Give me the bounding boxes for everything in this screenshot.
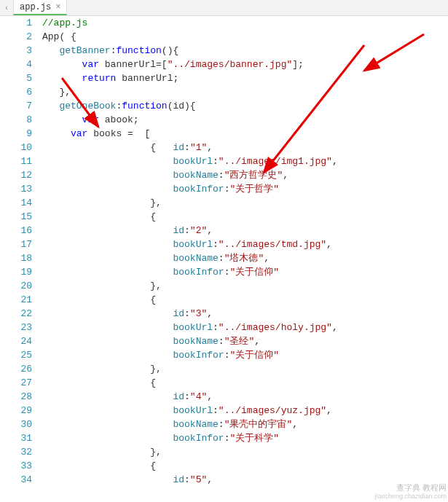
line-number-gutter: 1234567891011121314151617181920212223242…	[0, 16, 42, 502]
watermark-main: 查字典 教程网	[374, 483, 447, 493]
code-line[interactable]: },	[42, 362, 448, 376]
line-number: 34	[0, 473, 32, 487]
watermark: 查字典 教程网 jiaocheng.chazidian.com	[374, 483, 447, 501]
code-line[interactable]: {	[42, 376, 448, 390]
line-number: 29	[0, 404, 32, 417]
code-line[interactable]: var abook;	[42, 113, 448, 127]
line-number: 14	[0, 196, 32, 210]
code-line[interactable]: var bannerUrl=["../images/banner.jpg"];	[42, 58, 448, 71]
line-number: 30	[0, 417, 32, 431]
line-number: 19	[0, 265, 32, 279]
line-number: 28	[0, 390, 32, 404]
code-line[interactable]: bookInfor:"关于哲学"	[42, 182, 448, 196]
code-content[interactable]: //app.jsApp( { getBanner:function(){ var…	[42, 16, 448, 502]
code-line[interactable]: var books = [	[42, 127, 448, 141]
tab-bar: ‹ app.js ×	[0, 0, 448, 16]
tab-filename: app.js	[20, 2, 51, 12]
code-line[interactable]: return bannerUrl;	[42, 71, 448, 85]
line-number: 20	[0, 279, 32, 293]
line-number: 31	[0, 431, 32, 445]
code-line[interactable]: bookInfor:"关于信仰"	[42, 348, 448, 362]
code-line[interactable]: bookInfor:"关于科学"	[42, 431, 448, 445]
line-number: 23	[0, 321, 32, 334]
line-number: 25	[0, 348, 32, 362]
code-line[interactable]: bookName:"圣经",	[42, 334, 448, 348]
code-line[interactable]: },	[42, 196, 448, 210]
code-line[interactable]: },	[42, 279, 448, 293]
code-line[interactable]: bookUrl:"../images/yuz.jpg",	[42, 404, 448, 417]
line-number: 27	[0, 376, 32, 390]
code-line[interactable]: bookUrl:"../images/img1.jpg",	[42, 154, 448, 168]
close-icon[interactable]: ×	[55, 2, 60, 12]
code-line[interactable]: bookInfor:"关于信仰"	[42, 265, 448, 279]
line-number: 6	[0, 85, 32, 99]
code-line[interactable]: bookUrl:"../images/holy.jpg",	[42, 321, 448, 334]
code-line[interactable]: id:"4",	[42, 390, 448, 404]
line-number: 8	[0, 113, 32, 127]
code-line[interactable]: {	[42, 459, 448, 473]
line-number: 22	[0, 307, 32, 321]
line-number: 9	[0, 127, 32, 141]
code-line[interactable]: { id:"1",	[42, 141, 448, 154]
code-line[interactable]: App( {	[42, 30, 448, 44]
line-number: 13	[0, 182, 32, 196]
line-number: 11	[0, 154, 32, 168]
code-line[interactable]: getOneBook:function(id){	[42, 99, 448, 113]
line-number: 16	[0, 224, 32, 238]
code-line[interactable]: bookName:"果壳中的宇宙",	[42, 417, 448, 431]
line-number: 32	[0, 445, 32, 459]
code-line[interactable]: bookName:"塔木德",	[42, 251, 448, 265]
line-number: 10	[0, 141, 32, 154]
line-number: 33	[0, 459, 32, 473]
line-number: 15	[0, 210, 32, 224]
line-number: 26	[0, 362, 32, 376]
code-line[interactable]: {	[42, 210, 448, 224]
code-line[interactable]: //app.js	[42, 16, 448, 30]
code-line[interactable]: bookName:"西方哲学史",	[42, 168, 448, 182]
tab-prev-button[interactable]: ‹	[0, 0, 13, 15]
line-number: 1	[0, 16, 32, 30]
line-number: 7	[0, 99, 32, 113]
code-line[interactable]: {	[42, 293, 448, 307]
line-number: 3	[0, 44, 32, 58]
code-editor[interactable]: 1234567891011121314151617181920212223242…	[0, 16, 448, 502]
watermark-sub: jiaocheng.chazidian.com	[374, 493, 447, 501]
line-number: 5	[0, 71, 32, 85]
code-line[interactable]: getBanner:function(){	[42, 44, 448, 58]
line-number: 4	[0, 58, 32, 71]
line-number: 21	[0, 293, 32, 307]
line-number: 12	[0, 168, 32, 182]
line-number: 17	[0, 238, 32, 251]
code-line[interactable]: },	[42, 445, 448, 459]
code-line[interactable]: bookUrl:"../images/tmd.jpg",	[42, 238, 448, 251]
tab-app-js[interactable]: app.js ×	[13, 0, 67, 15]
line-number: 18	[0, 251, 32, 265]
code-line[interactable]: },	[42, 85, 448, 99]
line-number: 2	[0, 30, 32, 44]
code-line[interactable]: id:"2",	[42, 224, 448, 238]
code-line[interactable]: id:"3",	[42, 307, 448, 321]
line-number: 24	[0, 334, 32, 348]
